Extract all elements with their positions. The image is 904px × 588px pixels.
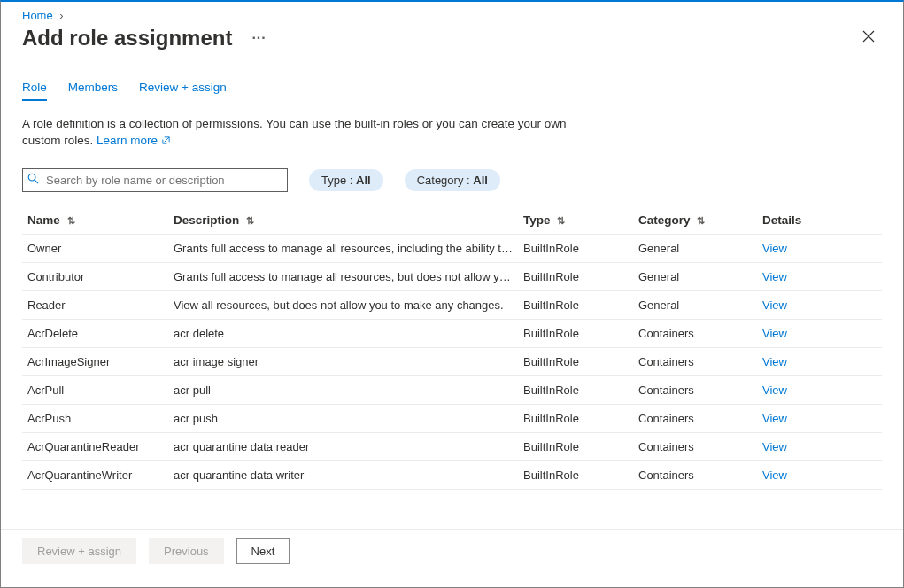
table-row[interactable]: AcrImageSigneracr image signerBuiltInRol… (22, 347, 882, 375)
view-link[interactable]: View (762, 383, 787, 397)
external-link-icon (161, 134, 171, 151)
main-scroll[interactable]: Role Members Review + assign A role defi… (1, 65, 903, 529)
cell-description: acr push (168, 404, 518, 432)
sort-icon: ⇅ (67, 215, 75, 227)
tab-bar: Role Members Review + assign (22, 75, 882, 102)
cell-category: Containers (633, 319, 757, 347)
table-row[interactable]: AcrPullacr pullBuiltInRoleContainersView (22, 375, 882, 404)
tab-members[interactable]: Members (68, 75, 118, 101)
cell-description: View all resources, but does not allow y… (168, 290, 518, 319)
roles-table: Name ⇅ Description ⇅ Type ⇅ Category (22, 206, 882, 490)
cell-type: BuiltInRole (518, 432, 633, 460)
cell-type: BuiltInRole (518, 347, 633, 375)
col-details: Details (757, 206, 882, 235)
view-link[interactable]: View (762, 412, 787, 425)
tab-review[interactable]: Review + assign (139, 75, 227, 101)
filter-type-value: All (356, 174, 371, 187)
cell-type: BuiltInRole (518, 404, 633, 432)
col-description-label: Description (174, 213, 239, 227)
filter-category[interactable]: Category : All (405, 169, 500, 191)
learn-more-link[interactable]: Learn more (97, 134, 171, 147)
page-title: Add role assignment (22, 26, 232, 50)
breadcrumb: Home › (1, 2, 903, 22)
cell-category: Containers (633, 347, 757, 375)
filter-type[interactable]: Type : All (309, 169, 383, 191)
search-input-wrapper (22, 168, 288, 192)
table-row[interactable]: AcrQuarantineReaderacr quarantine data r… (22, 432, 882, 460)
view-link[interactable]: View (762, 440, 787, 453)
cell-category: Containers (633, 460, 757, 489)
col-type[interactable]: Type ⇅ (518, 206, 633, 235)
cell-name: AcrImageSigner (22, 347, 168, 375)
cell-type: BuiltInRole (518, 290, 633, 319)
cell-description: acr quarantine data reader (168, 432, 518, 460)
tab-role[interactable]: Role (22, 75, 47, 101)
sort-icon: ⇅ (557, 215, 565, 227)
previous-button[interactable]: Previous (149, 538, 224, 564)
cell-description: acr pull (168, 375, 518, 404)
table-row[interactable]: AcrPushacr pushBuiltInRoleContainersView (22, 404, 882, 432)
cell-category: General (633, 290, 757, 319)
cell-name: Owner (22, 234, 168, 262)
col-category[interactable]: Category ⇅ (633, 206, 757, 235)
more-actions-button[interactable]: ··· (246, 31, 271, 45)
search-input[interactable] (22, 168, 288, 192)
chevron-right-icon: › (56, 9, 66, 22)
cell-type: BuiltInRole (518, 234, 633, 262)
col-details-label: Details (762, 213, 801, 227)
cell-description: acr delete (168, 319, 518, 347)
sort-icon: ⇅ (697, 215, 705, 227)
cell-name: AcrQuarantineWriter (22, 460, 168, 489)
view-link[interactable]: View (762, 270, 787, 283)
horizontal-scrollbar[interactable] (1, 573, 903, 587)
table-row[interactable]: AcrQuarantineWriteracr quarantine data w… (22, 460, 882, 489)
footer-bar: Review + assign Previous Next (1, 529, 903, 573)
filter-category-label: Category : (417, 174, 474, 187)
cell-name: AcrPush (22, 404, 168, 432)
filter-type-label: Type : (321, 174, 356, 187)
col-name-label: Name (27, 213, 60, 227)
intro-text: A role definition is a collection of per… (22, 116, 571, 151)
learn-more-label: Learn more (97, 134, 158, 147)
cell-category: General (633, 262, 757, 290)
table-row[interactable]: ReaderView all resources, but does not a… (22, 290, 882, 319)
cell-name: Contributor (22, 262, 168, 290)
cell-category: Containers (633, 375, 757, 404)
cell-description: Grants full access to manage all resourc… (168, 234, 518, 262)
table-row[interactable]: AcrDeleteacr deleteBuiltInRoleContainers… (22, 319, 882, 347)
close-icon (862, 30, 875, 43)
next-button[interactable]: Next (236, 538, 290, 564)
cell-type: BuiltInRole (518, 319, 633, 347)
review-assign-button[interactable]: Review + assign (22, 538, 136, 564)
search-icon (27, 173, 39, 187)
table-row[interactable]: OwnerGrants full access to manage all re… (22, 234, 882, 262)
cell-description: Grants full access to manage all resourc… (168, 262, 518, 290)
view-link[interactable]: View (762, 327, 787, 340)
view-link[interactable]: View (762, 468, 787, 482)
cell-type: BuiltInRole (518, 375, 633, 404)
cell-category: Containers (633, 432, 757, 460)
cell-description: acr image signer (168, 347, 518, 375)
breadcrumb-home[interactable]: Home (22, 9, 53, 22)
sort-icon: ⇅ (246, 215, 254, 227)
cell-type: BuiltInRole (518, 262, 633, 290)
col-category-label: Category (638, 213, 691, 227)
cell-name: Reader (22, 290, 168, 319)
cell-name: AcrQuarantineReader (22, 432, 168, 460)
col-name[interactable]: Name ⇅ (22, 206, 168, 235)
filter-category-value: All (473, 174, 488, 187)
table-row[interactable]: ContributorGrants full access to manage … (22, 262, 882, 290)
svg-point-0 (28, 174, 35, 181)
col-type-label: Type (523, 213, 551, 227)
view-link[interactable]: View (762, 298, 787, 312)
cell-name: AcrDelete (22, 319, 168, 347)
view-link[interactable]: View (762, 355, 787, 368)
cell-name: AcrPull (22, 375, 168, 404)
view-link[interactable]: View (762, 242, 787, 255)
cell-category: General (633, 234, 757, 262)
svg-line-1 (35, 181, 38, 184)
cell-description: acr quarantine data writer (168, 460, 518, 489)
cell-type: BuiltInRole (518, 460, 633, 489)
close-button[interactable] (855, 27, 882, 50)
col-description[interactable]: Description ⇅ (168, 206, 518, 235)
